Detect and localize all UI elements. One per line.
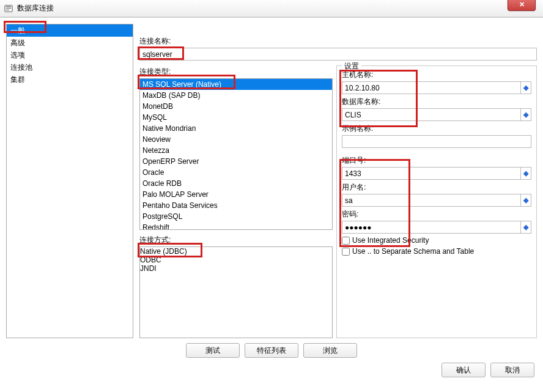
host-input[interactable] [342, 81, 520, 94]
svg-rect-2 [6, 8, 12, 9]
port-var-button[interactable]: ◆ [520, 167, 531, 180]
window-title: 数据库连接 [17, 3, 54, 13]
app-icon [4, 4, 13, 13]
conn-mode-option-1[interactable]: ODBC [140, 256, 332, 264]
user-label: 用户名: [342, 182, 531, 193]
conn-type-option-6[interactable]: Netezza [140, 145, 332, 156]
conn-type-option-11[interactable]: Pentaho Data Services [140, 200, 332, 211]
action-button-row: 测试 特征列表 浏览 [0, 338, 543, 363]
port-label: 端口号: [342, 155, 531, 166]
settings-legend: 设置 [342, 61, 361, 72]
separate-label: Use .. to Separate Schema and Table [352, 247, 474, 256]
diamond-icon: ◆ [523, 84, 528, 92]
separate-checkbox[interactable] [342, 248, 350, 256]
sidebar-item-3[interactable]: 连接池 [7, 61, 133, 73]
conn-type-option-0[interactable]: MS SQL Server (Native) [140, 79, 332, 90]
diamond-icon: ◆ [523, 169, 528, 177]
host-label: 主机名称: [342, 70, 531, 80]
user-var-button[interactable]: ◆ [520, 194, 531, 207]
browse-button[interactable]: 浏览 [303, 343, 357, 358]
category-list[interactable]: 一般高级选项连接池集群 [6, 24, 133, 338]
feature-list-button[interactable]: 特征列表 [245, 343, 298, 358]
integrated-checkbox[interactable] [342, 237, 350, 245]
sidebar-item-0[interactable]: 一般 [7, 24, 133, 37]
conn-type-option-13[interactable]: Redshift [140, 222, 332, 230]
svg-rect-1 [6, 6, 12, 7]
conn-type-option-1[interactable]: MaxDB (SAP DB) [140, 90, 332, 101]
cancel-button[interactable]: 取消 [490, 363, 534, 377]
conn-type-option-8[interactable]: Oracle [140, 167, 332, 178]
conn-name-label: 连接名称: [139, 36, 537, 46]
diamond-icon: ◆ [523, 223, 528, 231]
conn-name-input[interactable] [139, 48, 537, 61]
svg-rect-3 [6, 9, 9, 10]
sidebar-item-1[interactable]: 高级 [7, 37, 133, 49]
footer-button-row: 确认 取消 [0, 363, 543, 386]
instance-label: 示例名称: [342, 124, 531, 134]
conn-type-option-2[interactable]: MonetDB [140, 101, 332, 112]
db-label: 数据库名称: [342, 97, 531, 107]
db-var-button[interactable]: ◆ [520, 108, 531, 121]
diamond-icon: ◆ [523, 111, 528, 119]
conn-mode-label: 连接方式: [139, 235, 333, 245]
pass-var-button[interactable]: ◆ [520, 221, 531, 234]
integrated-label: Use Integrated Security [352, 236, 429, 245]
settings-fieldset: 设置 主机名称: ◆ 数据库名称: ◆ [336, 65, 537, 338]
conn-type-option-9[interactable]: Oracle RDB [140, 178, 332, 189]
user-input[interactable] [342, 194, 520, 207]
pass-label: 密码: [342, 209, 531, 220]
close-button[interactable]: ✕ [508, 0, 536, 11]
titlebar: 数据库连接 ✕ [0, 0, 543, 17]
instance-input[interactable] [342, 135, 531, 148]
sidebar-item-2[interactable]: 选项 [7, 49, 133, 61]
test-button[interactable]: 测试 [186, 343, 240, 358]
pass-input[interactable] [342, 221, 520, 234]
ok-button[interactable]: 确认 [441, 363, 486, 377]
conn-type-option-3[interactable]: MySQL [140, 112, 332, 123]
conn-mode-option-0[interactable]: Native (JDBC) [140, 247, 332, 256]
close-icon: ✕ [519, 1, 525, 9]
conn-type-option-7[interactable]: OpenERP Server [140, 156, 332, 167]
conn-type-option-10[interactable]: Palo MOLAP Server [140, 189, 332, 200]
conn-type-list[interactable]: MS SQL Server (Native)MaxDB (SAP DB)Mone… [139, 78, 333, 230]
host-var-button[interactable]: ◆ [520, 81, 531, 94]
port-input[interactable] [342, 167, 520, 180]
sidebar-item-4[interactable]: 集群 [7, 73, 133, 86]
conn-type-label: 连接类型: [139, 67, 333, 77]
conn-type-option-5[interactable]: Neoview [140, 134, 332, 145]
conn-mode-list[interactable]: Native (JDBC)ODBCJNDI [139, 246, 333, 338]
db-input[interactable] [342, 108, 520, 121]
diamond-icon: ◆ [523, 196, 528, 204]
conn-type-option-4[interactable]: Native Mondrian [140, 123, 332, 134]
conn-mode-option-2[interactable]: JNDI [140, 264, 332, 273]
conn-type-option-12[interactable]: PostgreSQL [140, 211, 332, 222]
